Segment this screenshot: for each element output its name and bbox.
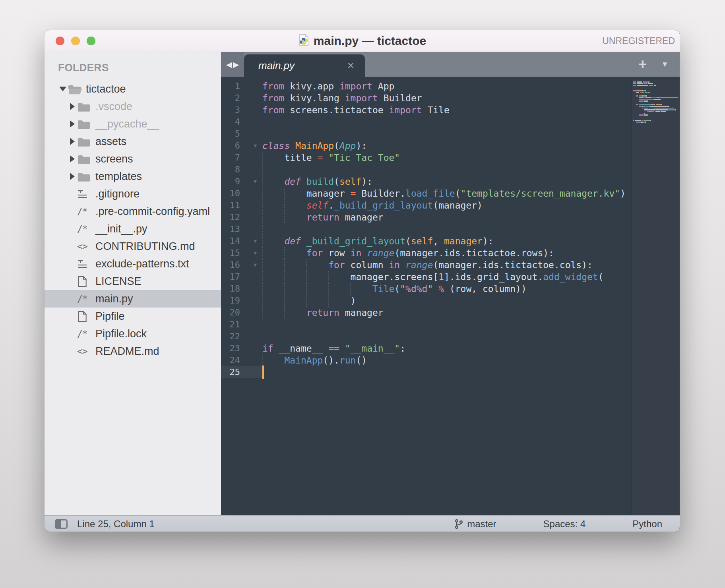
line-number: 25 xyxy=(221,366,262,378)
tab-main-py[interactable]: main.py ✕ xyxy=(244,54,365,77)
code-line[interactable]: 18 Tile("%d%d" % (row, column)) xyxy=(221,283,680,295)
sidebar-item-pipfile-lock[interactable]: /*Pipfile.lock xyxy=(45,325,221,342)
sidebar-toggle-fill xyxy=(56,520,61,528)
sidebar-item-main-py[interactable]: /*main.py xyxy=(45,290,221,308)
fold-arrow-icon[interactable]: ▼ xyxy=(254,176,257,188)
status-right: master Spaces: 4 Python xyxy=(454,518,662,530)
code-line[interactable]: 16▼ for column in range(manager.ids.tict… xyxy=(221,259,680,271)
sidebar-item-pipfile[interactable]: Pipfile xyxy=(45,308,221,325)
line-number: 4 xyxy=(221,116,262,128)
code-line[interactable]: 9▼ def build(self): xyxy=(221,176,680,188)
line-number: 5 xyxy=(221,128,262,140)
sidebar-item-label: main.py xyxy=(95,293,133,305)
indent-guide xyxy=(306,295,307,307)
line-number: 18 xyxy=(221,283,262,295)
code-line[interactable]: 5 xyxy=(221,128,680,140)
new-tab-button[interactable]: + xyxy=(638,57,647,72)
tab-overflow-button[interactable]: ▼ xyxy=(661,60,669,69)
code-line[interactable]: 14▼ def _build_grid_layout(self, manager… xyxy=(221,235,680,247)
code-line[interactable]: 24 MainApp().run() xyxy=(221,354,680,366)
code-line[interactable]: 2from kivy.lang import Builder xyxy=(221,92,680,104)
code-line[interactable]: 23if __name__ == "__main__": xyxy=(221,342,680,354)
sidebar-item-pycache[interactable]: __pycache__ xyxy=(45,115,221,133)
disclosure-closed-icon[interactable] xyxy=(68,120,77,128)
code-line[interactable]: 6▼class MainApp(App): xyxy=(221,140,680,152)
close-window-button[interactable] xyxy=(56,37,64,45)
back-arrow-icon[interactable]: ◀ xyxy=(226,60,232,69)
git-branch-indicator[interactable]: master xyxy=(454,518,496,530)
fold-arrow-icon[interactable]: ▼ xyxy=(254,140,257,152)
disclosure-closed-icon[interactable] xyxy=(68,138,77,145)
code-line[interactable]: 1from kivy.app import App xyxy=(221,80,680,92)
sidebar-item-pre-commit-config-yaml[interactable]: /*.pre-commit-config.yaml xyxy=(45,203,221,220)
git-branch-icon xyxy=(454,518,463,530)
sidebar-item-exclude-patterns-txt[interactable]: exclude-patterns.txt xyxy=(45,255,221,273)
sidebar-item-label: __init__.py xyxy=(95,223,147,235)
fold-arrow-icon[interactable]: ▼ xyxy=(254,235,257,247)
sidebar-item-assets[interactable]: assets xyxy=(45,133,221,150)
fold-arrow-icon[interactable]: ▼ xyxy=(254,259,257,271)
sidebar-item-license[interactable]: LICENSE xyxy=(45,273,221,290)
indent-guide xyxy=(328,295,329,307)
code-line[interactable]: 22 xyxy=(221,331,680,342)
minimap[interactable] xyxy=(631,80,680,515)
code-line[interactable]: 11 self._build_grid_layout(manager) xyxy=(221,199,680,211)
line-number: 9▼ xyxy=(221,176,262,188)
disclosure-closed-icon[interactable] xyxy=(68,155,77,162)
code-line[interactable]: 4 xyxy=(221,116,680,128)
spaces-indicator[interactable]: Spaces: 4 xyxy=(543,518,586,530)
sidebar-item-label: tictactoe xyxy=(86,83,126,95)
sidebar-item-screens[interactable]: screens xyxy=(45,150,221,168)
code-text xyxy=(262,128,680,140)
indent-guide xyxy=(284,307,285,319)
sidebar-item-label: .gitignore xyxy=(95,188,140,200)
cursor-position-label[interactable]: Line 25, Column 1 xyxy=(77,518,155,530)
forward-arrow-icon[interactable]: ▶ xyxy=(233,60,239,69)
code-line[interactable]: 3from screens.tictactoe import Tile xyxy=(221,104,680,116)
disclosure-open-icon[interactable] xyxy=(58,87,68,91)
code-line[interactable]: 20 return manager xyxy=(221,307,680,319)
code-text: from kivy.lang import Builder xyxy=(262,92,680,104)
code-line[interactable]: 19 ) xyxy=(221,295,680,307)
code-line[interactable]: 8 xyxy=(221,164,680,176)
zoom-window-button[interactable] xyxy=(87,37,95,45)
sidebar-item-gitignore[interactable]: .gitignore xyxy=(45,185,221,203)
fold-arrow-icon[interactable]: ▼ xyxy=(254,247,257,259)
code-line[interactable]: 21 xyxy=(221,319,680,331)
code-line[interactable]: 7 title = "Tic Tac Toe" xyxy=(221,152,680,164)
markup-file-icon: <> xyxy=(77,241,95,251)
sidebar-toggle-button[interactable] xyxy=(55,519,68,529)
title-group: main.py — tictactoe xyxy=(298,34,426,48)
indent-guide xyxy=(262,152,263,164)
code-line[interactable]: 12 return manager xyxy=(221,211,680,223)
disclosure-closed-icon[interactable] xyxy=(68,103,77,110)
syntax-indicator[interactable]: Python xyxy=(632,518,662,530)
line-number: 24 xyxy=(221,354,262,366)
source-file-icon: /* xyxy=(77,206,95,217)
disclosure-closed-icon[interactable] xyxy=(68,173,77,180)
line-number: 3 xyxy=(221,104,262,116)
code-text: if __name__ == "__main__": xyxy=(262,342,680,354)
code-line[interactable]: 13 xyxy=(221,223,680,235)
code-line[interactable]: 15▼ for row in range(manager.ids.tictact… xyxy=(221,247,680,259)
code-line[interactable]: 25 xyxy=(221,366,680,378)
line-number: 1 xyxy=(221,80,262,92)
indent-guide xyxy=(284,259,285,271)
sidebar-item-templates[interactable]: templates xyxy=(45,168,221,185)
sidebar-item-label: Pipfile.lock xyxy=(95,328,147,340)
indent-guide xyxy=(262,307,263,319)
sidebar-item-vscode[interactable]: .vscode xyxy=(45,98,221,115)
traffic-lights xyxy=(56,30,95,52)
indent-guide xyxy=(262,223,263,235)
code-line[interactable]: 17 manager.screens[1].ids.grid_layout.ad… xyxy=(221,271,680,283)
indent-guide xyxy=(262,271,263,283)
sidebar-item-contributing-md[interactable]: <>CONTRIBUTING.md xyxy=(45,238,221,255)
sidebar-item-init-py[interactable]: /*__init__.py xyxy=(45,220,221,238)
minimize-window-button[interactable] xyxy=(71,37,80,45)
sidebar-item-readme-md[interactable]: <>README.md xyxy=(45,342,221,360)
code-area[interactable]: 1from kivy.app import App2from kivy.lang… xyxy=(221,77,680,515)
sidebar-item-tictactoe[interactable]: tictactoe xyxy=(45,80,221,98)
line-number: 22 xyxy=(221,331,262,342)
code-line[interactable]: 10 manager = Builder.load_file("template… xyxy=(221,188,680,199)
tab-close-icon[interactable]: ✕ xyxy=(347,60,355,71)
